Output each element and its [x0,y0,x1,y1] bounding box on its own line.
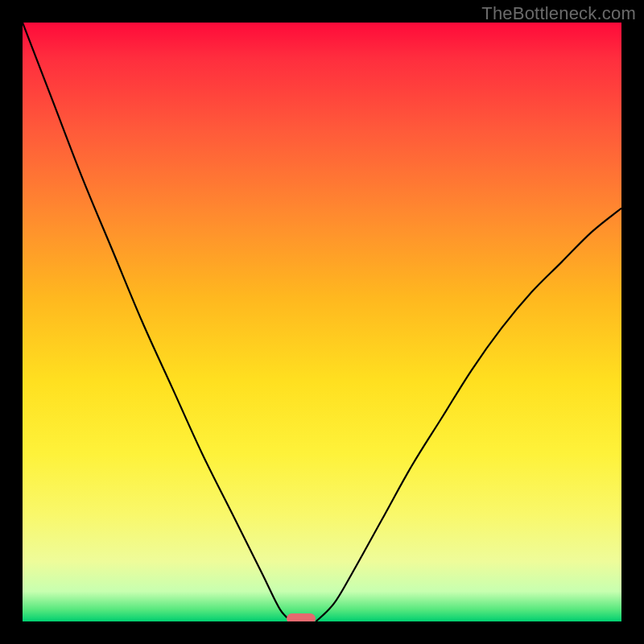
watermark-text: TheBottleneck.com [481,3,636,24]
left-curve [23,23,292,621]
right-curve [316,208,621,621]
outer-frame: TheBottleneck.com [0,0,644,644]
optimal-marker [287,613,316,621]
plot-area [23,23,621,621]
curve-layer [23,23,621,621]
